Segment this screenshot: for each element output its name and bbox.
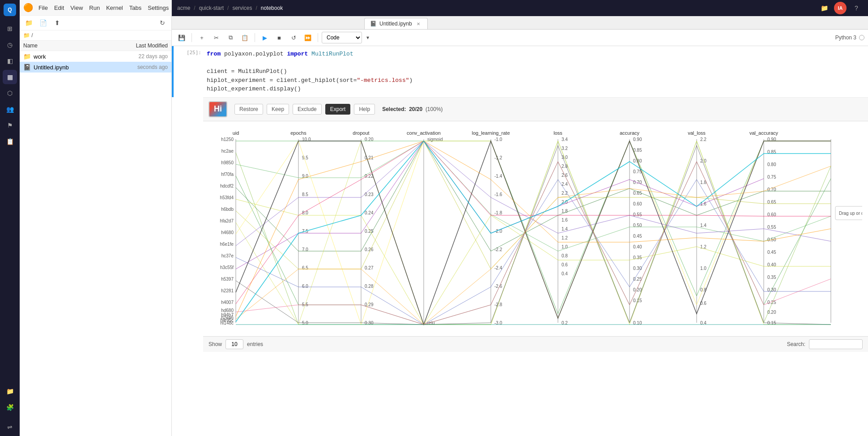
menu-view[interactable]: View xyxy=(68,4,85,12)
svg-text:1.6: 1.6 xyxy=(700,201,706,206)
search-input[interactable] xyxy=(809,339,863,349)
exclude-button[interactable]: Exclude xyxy=(293,104,322,115)
sidebar-item-puzzle[interactable]: 🧩 xyxy=(3,400,17,415)
svg-text:0.6: 0.6 xyxy=(562,262,568,267)
breadcrumb-quickstart[interactable]: quick-start xyxy=(199,5,224,11)
kernel-name: Python 3 xyxy=(835,34,856,41)
svg-text:3.0: 3.0 xyxy=(562,155,568,160)
sidebar-item-molecule[interactable]: ⬡ xyxy=(3,86,17,100)
svg-text:epochs: epochs xyxy=(290,130,306,136)
cell-number: [25]: xyxy=(174,46,205,97)
show-label: Show xyxy=(208,341,222,347)
notebook-tabs: 📓 Untitled.ipynb ✕ xyxy=(172,16,868,30)
svg-text:hfa2d7: hfa2d7 xyxy=(220,218,234,223)
svg-text:8.5: 8.5 xyxy=(302,192,308,197)
breadcrumb-services[interactable]: services xyxy=(232,5,252,11)
svg-text:0.75: 0.75 xyxy=(767,175,776,180)
file-toolbar: 📁 📄 ⬆ ↻ xyxy=(20,16,171,30)
svg-text:h6e1fe: h6e1fe xyxy=(220,242,234,247)
svg-text:loss: loss xyxy=(553,130,562,136)
show-count-input[interactable] xyxy=(226,339,243,349)
svg-text:1.0: 1.0 xyxy=(562,244,568,249)
help-button[interactable]: ? xyxy=(850,2,863,14)
new-file-button[interactable]: 📄 xyxy=(38,17,48,28)
parallel-coords-svg: uid epochs dropout conv_activation log_l… xyxy=(209,126,862,332)
jupyter-logo: 🟠 xyxy=(23,3,33,13)
sidebar-item-book[interactable]: 📋 xyxy=(3,134,17,149)
restore-button[interactable]: Restore xyxy=(234,104,263,115)
sidebar-item-people[interactable]: 👥 xyxy=(3,102,17,116)
tab-close-button[interactable]: ✕ xyxy=(415,20,422,27)
col-name-header[interactable]: Name xyxy=(23,43,114,49)
sidebar-item-flag[interactable]: ⚑ xyxy=(3,118,17,133)
tab-untitled[interactable]: 📓 Untitled.ipynb ✕ xyxy=(364,18,428,29)
menu-settings[interactable]: Settings xyxy=(145,4,171,12)
svg-text:Drag up or down to brush along: Drag up or down to brush along this axis xyxy=(839,211,862,216)
menu-tabs[interactable]: Tabs xyxy=(127,4,144,12)
folder-open-button[interactable]: 📁 xyxy=(818,2,830,14)
svg-text:1.0: 1.0 xyxy=(700,266,706,271)
svg-text:0.90: 0.90 xyxy=(633,137,642,142)
svg-text:0.24: 0.24 xyxy=(365,210,374,215)
svg-text:hc37e: hc37e xyxy=(221,253,234,258)
nb-toolbar: 💾 + ✂ ⧉ 📋 ▶ ■ ↺ ⏩ Code Markdown Raw ▾ Py… xyxy=(172,30,868,46)
avatar[interactable]: IA xyxy=(834,2,847,14)
paste-button[interactable]: 📋 xyxy=(238,31,251,44)
help-hiplot-button[interactable]: Help xyxy=(354,104,375,115)
svg-text:6.0: 6.0 xyxy=(302,284,308,289)
svg-text:h3c55f: h3c55f xyxy=(220,265,234,270)
file-modified: 22 days ago xyxy=(114,53,168,60)
svg-text:1.2: 1.2 xyxy=(562,235,568,240)
svg-text:-2.4: -2.4 xyxy=(494,265,502,270)
kernel-status: Python 3 xyxy=(835,34,864,41)
svg-text:val_loss: val_loss xyxy=(688,130,706,136)
list-item[interactable]: 📁 work 22 days ago xyxy=(20,51,171,62)
stop-button[interactable]: ■ xyxy=(273,31,285,44)
svg-text:0.55: 0.55 xyxy=(767,225,776,230)
hiplot-toolbar: Hi Restore Keep Exclude Export Help Sele… xyxy=(203,98,868,121)
menu-run[interactable]: Run xyxy=(86,4,102,12)
export-button[interactable]: Export xyxy=(325,104,351,115)
svg-text:h6bdb: h6bdb xyxy=(221,207,234,212)
svg-text:accuracy: accuracy xyxy=(620,130,640,136)
file-breadcrumb: 📁 / xyxy=(20,30,171,41)
menu-kernel[interactable]: Kernel xyxy=(103,4,126,12)
add-cell-button[interactable]: + xyxy=(196,31,208,44)
sidebar-item-terminal[interactable]: ⇌ xyxy=(3,420,17,434)
sidebar-item-layers[interactable]: ◧ xyxy=(3,54,17,68)
copy-button[interactable]: ⧉ xyxy=(224,31,237,44)
svg-text:h1250: h1250 xyxy=(221,137,234,142)
svg-text:6.5: 6.5 xyxy=(302,265,308,270)
code-cell[interactable]: [25]: from polyaxon.polyplot import Mult… xyxy=(172,46,868,97)
cell-type-select[interactable]: Code Markdown Raw xyxy=(322,32,362,43)
menu-edit[interactable]: Edit xyxy=(51,4,67,12)
upload-button[interactable]: ⬆ xyxy=(52,17,63,28)
menu-file[interactable]: File xyxy=(36,4,51,12)
svg-text:0.20: 0.20 xyxy=(767,310,776,315)
sidebar-item-experiments[interactable]: ▦ xyxy=(3,70,17,84)
cut-button[interactable]: ✂ xyxy=(210,31,222,44)
svg-text:uid: uid xyxy=(233,130,239,136)
save-button[interactable]: 💾 xyxy=(175,31,188,44)
list-item[interactable]: 📓 Untitled.ipynb seconds ago xyxy=(20,62,171,73)
restart-run-button[interactable]: ⏩ xyxy=(302,31,314,44)
breadcrumb-notebook: notebook xyxy=(261,5,283,11)
sidebar-item-history[interactable]: ◷ xyxy=(3,38,17,52)
toolbar-sep xyxy=(255,33,255,42)
app-logo[interactable]: Q xyxy=(4,4,16,16)
run-button[interactable]: ▶ xyxy=(259,31,271,44)
breadcrumb-acme[interactable]: acme xyxy=(177,5,190,11)
svg-text:h4680: h4680 xyxy=(221,230,234,235)
tab-title: Untitled.ipynb xyxy=(379,21,412,27)
keep-button[interactable]: Keep xyxy=(267,104,289,115)
col-modified-header[interactable]: Last Modified xyxy=(114,43,168,49)
restart-button[interactable]: ↺ xyxy=(287,31,300,44)
svg-text:dropout: dropout xyxy=(353,130,369,136)
svg-text:0.35: 0.35 xyxy=(633,255,642,260)
file-name: Untitled.ipynb xyxy=(34,64,114,71)
sidebar-item-grid[interactable]: ⊞ xyxy=(3,21,17,36)
new-folder-button[interactable]: 📁 xyxy=(23,17,34,28)
sidebar-item-folder[interactable]: 📁 xyxy=(3,384,17,398)
file-name: work xyxy=(34,53,114,60)
refresh-button[interactable]: ↻ xyxy=(157,17,168,28)
